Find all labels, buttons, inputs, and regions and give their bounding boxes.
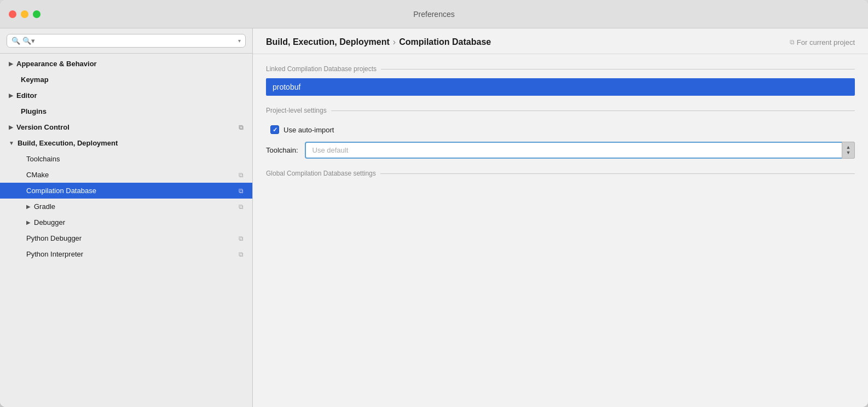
use-auto-import-checkbox[interactable]: ✓ [270,125,279,134]
sidebar-item-label: Version Control [16,123,70,131]
breadcrumb: Build, Execution, Deployment › Compilati… [266,37,491,47]
project-item-protobuf[interactable]: protobuf [266,78,855,96]
sidebar-item-label: Python Interpreter [26,250,83,258]
search-icon: 🔍 [11,37,20,45]
copy-icon: ⧉ [239,171,244,179]
sidebar-item-label: Compilation Database [26,187,96,195]
for-current-project-label: For current project [797,38,855,46]
project-icon: ⧉ [790,38,795,46]
checkbox-checkmark: ✓ [273,126,277,133]
sidebar-item-toolchains[interactable]: Toolchains [0,151,252,167]
sidebar-item-gradle[interactable]: ▶ Gradle ⧉ [0,199,252,214]
sidebar-item-label: Python Debugger [26,234,82,242]
chevron-icon: ▶ [26,203,31,210]
copy-icon: ⧉ [239,251,244,258]
content-panel: Build, Execution, Deployment › Compilati… [253,28,868,407]
toolchain-label: Toolchain: [266,146,298,154]
breadcrumb-part1: Build, Execution, Deployment [266,37,390,47]
chevron-icon: ▶ [9,61,13,67]
select-arrow-icon: ▲ ▼ [842,142,855,159]
chevron-icon: ▶ [9,124,13,130]
auto-import-row: ✓ Use auto-import [266,120,855,139]
copy-icon: ⧉ [239,235,244,242]
sidebar-item-python-interpreter[interactable]: Python Interpreter ⧉ [0,246,252,262]
sidebar-item-version-control[interactable]: ▶ Version Control ⧉ [0,119,252,135]
sidebar-item-python-debugger[interactable]: Python Debugger ⧉ [0,230,252,246]
toolchain-select[interactable]: Use default [305,142,855,159]
window-title: Preferences [413,10,454,19]
copy-icon: ⧉ [239,187,244,195]
sidebar-item-compilation-database[interactable]: Compilation Database ⧉ [0,183,252,199]
window-controls [9,10,40,18]
sidebar-item-editor[interactable]: ▶ Editor [0,88,252,103]
project-settings-section: ✓ Use auto-import Toolchain: Use default [266,120,855,159]
use-auto-import-label: Use auto-import [283,126,334,134]
sidebar-item-label: Toolchains [26,155,60,163]
main-layout: 🔍 ▾ ▶ Appearance & Behavior Keymap ▶ Edi… [0,28,868,407]
search-input[interactable] [22,37,236,45]
titlebar: Preferences [0,0,868,28]
minimize-button[interactable] [21,10,28,18]
for-current-project: ⧉ For current project [790,38,855,46]
sidebar-item-label: Debugger [34,218,65,226]
sidebar-item-label: Editor [16,91,37,100]
project-level-settings-label: Project-level settings [266,107,855,114]
sidebar-item-label: Plugins [21,107,47,115]
breadcrumb-part2: Compilation Database [399,37,491,47]
breadcrumb-separator: › [393,37,396,47]
toolchain-row: Toolchain: Use default ▲ ▼ [266,142,855,159]
search-wrapper[interactable]: 🔍 ▾ [7,34,246,48]
sidebar-item-label: Gradle [34,202,55,211]
sidebar-item-plugins[interactable]: Plugins [0,103,252,119]
sidebar-item-label: Keymap [21,75,49,84]
content-header: Build, Execution, Deployment › Compilati… [253,28,868,54]
maximize-button[interactable] [33,10,40,18]
project-list: protobuf [266,78,855,96]
close-button[interactable] [9,10,16,18]
copy-icon: ⧉ [239,203,244,211]
sidebar-item-label: Build, Execution, Deployment [18,139,118,147]
sidebar-item-label: CMake [26,171,49,179]
chevron-icon: ▶ [26,219,31,225]
search-bar: 🔍 ▾ [0,28,252,54]
copy-icon: ⧉ [239,124,244,131]
sidebar-item-label: Appearance & Behavior [16,60,97,68]
linked-section-label: Linked Compilation Database projects [266,65,855,73]
toolchain-select-wrapper: Use default ▲ ▼ [305,142,855,159]
use-auto-import-checkbox-wrapper[interactable]: ✓ Use auto-import [270,125,334,134]
content-body: Linked Compilation Database projects pro… [253,54,868,407]
chevron-down-icon: ▼ [9,140,14,146]
preferences-window: Preferences 🔍 ▾ ▶ Appearance & Behavior [0,0,868,407]
sidebar-item-cmake[interactable]: CMake ⧉ [0,167,252,183]
sidebar-item-appearance-behavior[interactable]: ▶ Appearance & Behavior [0,56,252,72]
global-section-label: Global Compilation Database settings [266,170,855,177]
sidebar-item-build-execution-deployment[interactable]: ▼ Build, Execution, Deployment [0,135,252,151]
sidebar: 🔍 ▾ ▶ Appearance & Behavior Keymap ▶ Edi… [0,28,253,407]
search-dropdown-icon[interactable]: ▾ [238,38,241,44]
chevron-icon: ▶ [9,92,13,98]
sidebar-item-debugger[interactable]: ▶ Debugger [0,214,252,230]
sidebar-item-keymap[interactable]: Keymap [0,72,252,88]
sidebar-nav: ▶ Appearance & Behavior Keymap ▶ Editor … [0,54,252,407]
